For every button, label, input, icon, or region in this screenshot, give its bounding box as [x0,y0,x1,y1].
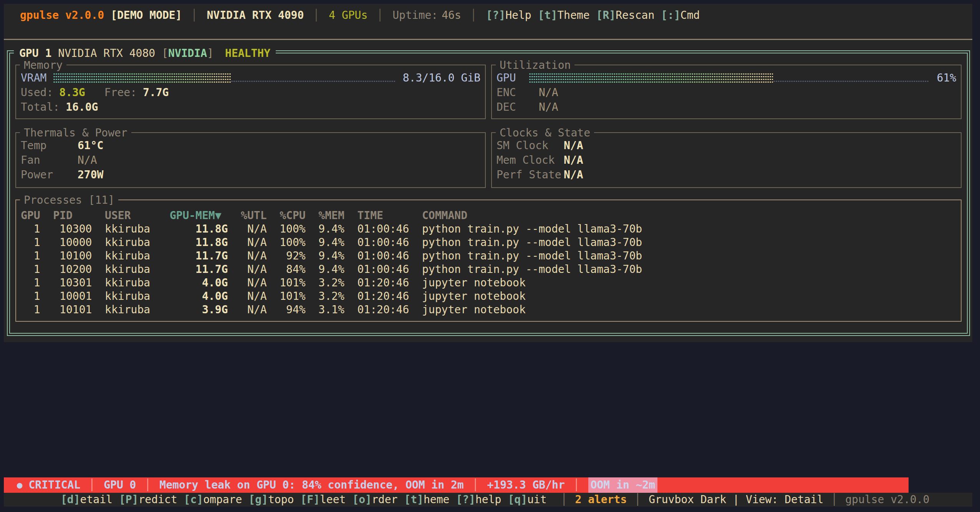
col-header-command[interactable]: COMMAND [422,209,956,222]
cell-pid: 10000 [53,236,92,249]
status-shortcut[interactable]: [?]help [456,493,501,506]
cell-time: 01:00:46 [357,236,409,249]
vram-usage-bar [53,73,395,83]
shortcut-label: Help [505,9,531,22]
terminal-main-area: gpulse v2.0.0 [DEMO MODE] │ NVIDIA RTX 4… [4,4,972,342]
fan-row: Fan N/A [21,153,480,168]
col-header-gpu-mem-sorted[interactable]: GPU-MEM▼ [170,209,228,222]
shortcut-label: Cmd [680,9,700,22]
cell-cpu: 94% [280,303,305,316]
shortcut-key: [F] [300,493,320,506]
cell-cpu: 100% [280,223,305,236]
cell-cpu: 100% [280,236,305,249]
shortcut-key: [d] [61,493,80,506]
shortcut-key: [q] [508,493,527,506]
status-shortcut[interactable]: [F]leet [300,493,346,506]
sm-clock-label: SM Clock [497,139,564,152]
shortcut-key: [?] [456,493,475,506]
shortcut-label: leet [320,493,346,506]
cell-user: kkiruba [105,290,157,303]
col-header-cpu[interactable]: %CPU [280,209,305,222]
dec-value: N/A [539,101,558,114]
shortcut-key: [o] [352,493,372,506]
used-label: Used: [21,86,53,99]
col-header-gpu[interactable]: GPU [21,209,40,222]
utilization-panel: Utilization GPU 61% ENC N/A [491,65,962,119]
gpu-detail-panel: GPU 1 NVIDIA RTX 4080 [NVIDIA] HEALTHY M… [7,50,970,336]
cell-mem: 9.4% [318,249,344,263]
vram-label: VRAM [21,71,53,85]
shortcut-key: [c] [184,493,204,506]
shortcut-label: etail [80,493,113,506]
col-header-user[interactable]: USER [105,209,157,222]
shortcut-label: rder [372,493,397,506]
header-divider [4,39,972,40]
col-header-utl[interactable]: %UTL [241,209,267,222]
shortcut-label: ompare [203,493,242,506]
gpu-id: GPU 1 [19,47,51,60]
cell-time: 01:00:46 [357,249,409,263]
cell-gpu: 1 [21,236,40,249]
shortcut-label: Rescan [616,9,654,22]
memory-total-row: Total: 16.0G [21,100,480,115]
total-label: Total: [21,101,60,114]
col-header-mem[interactable]: %MEM [318,209,344,222]
header-separator: │ [377,9,383,22]
gpu-util-value: 61% [937,71,956,85]
thermals-panel-title: Thermals & Power [20,126,131,140]
status-shortcut[interactable]: [d]etail [61,493,113,506]
health-status-badge: HEALTHY [225,47,270,60]
gpu-util-bar-fill [529,73,773,83]
status-shortcut[interactable]: [q]uit [508,493,546,506]
status-shortcut[interactable]: [o]rder [352,493,397,506]
host-gpu-model: NVIDIA RTX 4090 [207,9,304,22]
sm-clock-value: N/A [564,139,583,152]
cell-mem: 9.4% [318,263,344,276]
cell-gpu-mem: 11.7G [170,263,228,276]
gpu-model: NVIDIA RTX 4080 [58,47,155,60]
cell-gpu-mem: 4.0G [170,276,228,289]
cell-user: kkiruba [105,303,157,316]
cell-gpu: 1 [21,290,40,303]
vram-bar-track [231,80,395,83]
enc-value: N/A [539,86,558,99]
header-separator: │ [470,9,477,22]
gpu-util-bar-track [773,80,929,83]
vram-bar-rest [231,73,395,83]
cell-gpu: 1 [21,223,40,236]
status-separator: │ [634,493,641,506]
header-shortcut[interactable]: [?]Help [486,9,531,22]
alerts-count-badge[interactable]: 2 alerts [575,493,627,506]
status-separator: │ [831,493,838,506]
critical-alert-banner[interactable]: ● CRITICAL │ GPU 0 │ Memory leak on GPU … [4,477,909,493]
shortcut-key: [R] [596,9,616,22]
cell-command: python train.py --model llama3-70b [422,263,956,276]
cell-mem: 9.4% [318,223,344,236]
col-header-time[interactable]: TIME [357,209,409,222]
cell-gpu: 1 [21,263,40,276]
thermals-power-panel: Thermals & Power Temp 61°C Fan N/A Power… [15,132,486,188]
shortcut-label: redict [138,493,177,506]
gpu-util-meter-row: GPU 61% [497,71,956,85]
vram-value: 8.3/16.0 GiB [403,71,480,85]
cell-command: python train.py --model llama3-70b [422,236,956,249]
alert-dot-icon: ● [17,480,22,491]
status-shortcut[interactable]: [P]redict [119,493,177,506]
alert-separator: │ [89,479,95,492]
gpu-panel-body: Memory VRAM 8.3/16.0 GiB Used: 8.3G [9,53,968,334]
status-shortcut[interactable]: [c]ompare [184,493,242,506]
shortcut-key: [t] [538,9,558,22]
header-shortcut[interactable]: [R]Rescan [596,9,655,22]
header-shortcut[interactable]: [t]Theme [538,9,590,22]
col-header-pid[interactable]: PID [53,209,92,222]
cell-utl: N/A [241,223,267,236]
status-shortcut[interactable]: [t]heme [404,493,449,506]
cell-time: 01:00:46 [357,223,409,236]
header-separator: │ [191,9,198,22]
cell-utl: N/A [241,290,267,303]
status-shortcut[interactable]: [g]topo [248,493,294,506]
memory-panel: Memory VRAM 8.3/16.0 GiB Used: 8.3G [15,65,486,119]
header-shortcut[interactable]: [:]Cmd [661,9,700,22]
cell-pid: 10101 [53,303,92,316]
shortcut-label: heme [424,493,449,506]
